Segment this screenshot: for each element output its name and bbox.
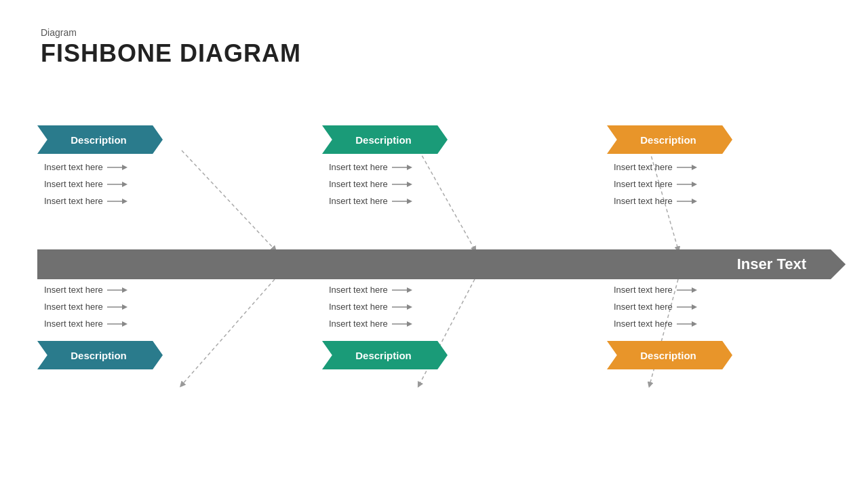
list-item: Insert text here: [614, 196, 697, 206]
spine-bar: Inser Text: [37, 249, 831, 279]
bot-right-label: Description: [607, 341, 732, 369]
diagram-label: Diagram: [41, 27, 301, 38]
list-item: Insert text here: [614, 302, 697, 312]
list-item: Insert text here: [614, 319, 697, 329]
page-header: Diagram FISHBONE DIAGRAM: [41, 27, 301, 68]
arrow-icon: [677, 163, 697, 171]
svg-marker-25: [122, 287, 127, 293]
svg-marker-21: [692, 182, 697, 187]
svg-marker-35: [407, 321, 412, 327]
list-item: Insert text here: [44, 196, 127, 206]
top-left-section: Description Insert text here Insert text…: [37, 125, 261, 206]
list-item: Insert text here: [329, 302, 412, 312]
list-item: Insert text here: [44, 162, 127, 172]
arrow-icon: [392, 286, 412, 294]
top-left-label: Description: [37, 125, 163, 154]
arrow-icon: [392, 320, 412, 328]
arrow-icon: [392, 163, 412, 171]
list-item: Insert text here: [44, 319, 127, 329]
spine-text: Inser Text: [737, 256, 831, 273]
arrow-icon: [677, 180, 697, 188]
arrow-icon: [107, 180, 127, 188]
arrow-icon: [677, 286, 697, 294]
top-right-label: Description: [607, 125, 732, 154]
spine-arrow: [831, 249, 846, 279]
svg-marker-29: [122, 321, 127, 327]
svg-marker-39: [692, 304, 697, 310]
list-item: Insert text here: [329, 162, 412, 172]
top-mid-section: Description Insert text here Insert text…: [322, 125, 546, 206]
arrow-icon: [392, 197, 412, 205]
list-item: Insert text here: [44, 285, 127, 295]
svg-marker-23: [692, 199, 697, 204]
svg-marker-17: [407, 199, 412, 204]
bot-mid-label: Description: [322, 341, 448, 369]
svg-marker-7: [122, 165, 127, 170]
list-item: Insert text here: [329, 179, 412, 189]
list-item: Insert text here: [44, 302, 127, 312]
svg-marker-37: [692, 287, 697, 293]
bot-mid-section: Insert text here Insert text here Insert…: [322, 285, 546, 369]
list-item: Insert text here: [614, 162, 697, 172]
list-item: Insert text here: [44, 179, 127, 189]
list-item: Insert text here: [329, 285, 412, 295]
arrow-icon: [392, 303, 412, 311]
svg-marker-9: [122, 182, 127, 187]
svg-marker-15: [407, 182, 412, 187]
arrow-icon: [107, 163, 127, 171]
list-item: Insert text here: [614, 285, 697, 295]
top-mid-label: Description: [322, 125, 448, 154]
svg-marker-33: [407, 304, 412, 310]
svg-marker-27: [122, 304, 127, 310]
arrow-icon: [677, 320, 697, 328]
arrow-icon: [107, 286, 127, 294]
list-item: Insert text here: [329, 319, 412, 329]
arrow-icon: [107, 320, 127, 328]
svg-marker-41: [692, 321, 697, 327]
svg-marker-13: [407, 165, 412, 170]
list-item: Insert text here: [614, 179, 697, 189]
arrow-icon: [677, 303, 697, 311]
bot-right-section: Insert text here Insert text here Insert…: [607, 285, 831, 369]
page-title: FISHBONE DIAGRAM: [41, 39, 301, 68]
svg-marker-19: [692, 165, 697, 170]
arrow-icon: [107, 303, 127, 311]
top-right-section: Description Insert text here Insert text…: [607, 125, 831, 206]
bot-left-label: Description: [37, 341, 163, 369]
arrow-icon: [107, 197, 127, 205]
arrow-icon: [677, 197, 697, 205]
arrow-icon: [392, 180, 412, 188]
svg-marker-31: [407, 287, 412, 293]
list-item: Insert text here: [329, 196, 412, 206]
svg-marker-11: [122, 199, 127, 204]
bot-left-section: Insert text here Insert text here Insert…: [37, 285, 261, 369]
